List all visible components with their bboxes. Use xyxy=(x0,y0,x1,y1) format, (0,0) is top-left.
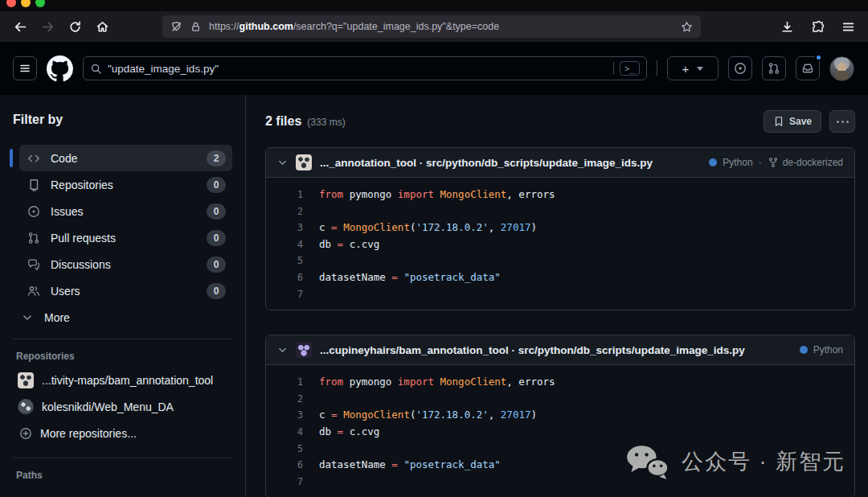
repositories-heading: Repositories xyxy=(13,351,232,362)
issue-icon xyxy=(27,205,40,218)
repositories-list: ...tivity-maps/bam_annotation_tool koles… xyxy=(13,367,232,420)
kebab-icon xyxy=(837,121,849,123)
code-snippet[interactable]: 1from pymongo import MongoClient, errors… xyxy=(266,178,854,310)
branch-name: de-dockerized xyxy=(783,157,843,168)
sidebar-repo-item[interactable]: ...tivity-maps/bam_annotation_tool xyxy=(13,367,232,393)
code-token: MongoClient xyxy=(343,221,410,233)
code-token xyxy=(338,221,344,233)
code-token: import xyxy=(398,188,434,200)
menu-button[interactable] xyxy=(836,15,860,38)
sidebar-item-repositories[interactable]: Repositories 0 xyxy=(19,171,232,198)
paths-heading: Paths xyxy=(13,470,232,481)
code-text: c = MongoClient('172.18.0.2', 27017) xyxy=(303,407,537,424)
downloads-button[interactable] xyxy=(775,15,799,38)
sidebar-repo-item[interactable]: kolesnikdi/Web_Menu_DA xyxy=(13,393,232,420)
command-palette-icon[interactable]: >_ xyxy=(620,61,640,76)
sidebar-item-code[interactable]: Code 2 xyxy=(19,145,232,171)
repo-name: ..._annotation_tool xyxy=(320,157,416,169)
chevron-down-icon[interactable] xyxy=(277,158,288,168)
repo-avatar xyxy=(296,154,312,170)
user-avatar[interactable] xyxy=(829,56,854,81)
filter-item-label: Users xyxy=(51,285,196,298)
sidebar-item-issues[interactable]: Issues 0 xyxy=(19,198,232,224)
code-text: datasetName = "posetrack_data" xyxy=(303,269,501,286)
code-text: from pymongo import MongoClient, errors xyxy=(303,374,555,391)
code-text xyxy=(303,203,319,220)
file-path-title[interactable]: ..._annotation_tool · src/python/db_scri… xyxy=(320,157,653,169)
back-button[interactable] xyxy=(8,15,32,38)
pull-requests-nav-button[interactable] xyxy=(762,56,786,80)
search-input[interactable] xyxy=(108,63,608,75)
code-line: 7 xyxy=(266,286,854,303)
language-label: Python xyxy=(723,157,752,168)
results-time: (333 ms) xyxy=(307,117,345,128)
forward-button[interactable] xyxy=(35,15,59,38)
code-token: datasetName xyxy=(319,271,391,283)
wechat-icon xyxy=(625,444,670,479)
bookmark-star-icon[interactable] xyxy=(681,21,693,33)
line-number: 4 xyxy=(266,236,303,253)
line-number: 6 xyxy=(266,457,303,474)
reload-icon xyxy=(68,20,82,34)
code-token: = xyxy=(331,409,338,421)
header-divider xyxy=(657,60,657,76)
sidebar-item-discussions[interactable]: Discussions 0 xyxy=(19,251,232,277)
line-number: 7 xyxy=(266,286,303,303)
maximize-window-button[interactable] xyxy=(35,0,45,7)
code-result-header[interactable]: ...cupineyhairs/bam_annotation_tool · sr… xyxy=(266,335,854,365)
save-button[interactable]: Save xyxy=(764,110,821,133)
code-line: 2 xyxy=(266,203,854,220)
more-repositories-button[interactable]: More repositories... xyxy=(13,420,232,446)
results-options-button[interactable] xyxy=(829,110,855,133)
language-label: Python xyxy=(813,344,843,355)
filter-item-label: Discussions xyxy=(51,258,196,271)
github-logo[interactable] xyxy=(47,55,73,82)
code-text xyxy=(303,286,319,303)
code-token: c xyxy=(319,409,331,421)
code-token: , errors xyxy=(506,376,555,388)
sidebar-item-pull-requests[interactable]: Pull requests 0 xyxy=(19,224,232,251)
result-meta: Python · de-dockerized xyxy=(709,157,843,168)
code-token: db xyxy=(319,238,338,250)
reload-button[interactable] xyxy=(63,15,87,38)
line-number: 1 xyxy=(266,374,303,391)
filter-item-count-badge: 0 xyxy=(207,283,226,299)
code-result-header[interactable]: ..._annotation_tool · src/python/db_scri… xyxy=(266,148,854,178)
users-icon xyxy=(27,285,40,298)
code-icon xyxy=(27,152,40,165)
code-token: datasetName xyxy=(319,458,391,470)
extensions-button[interactable] xyxy=(805,15,829,38)
minimize-window-button[interactable] xyxy=(21,0,31,7)
code-token: ) xyxy=(530,221,537,233)
issues-nav-button[interactable] xyxy=(728,56,752,80)
code-line: 4db = c.cvg xyxy=(266,236,854,253)
code-text xyxy=(303,253,319,269)
url-bar[interactable]: https://github.com/search?q="update_imag… xyxy=(162,15,701,38)
inbox-notifications-button[interactable] xyxy=(796,56,820,80)
github-octocat-icon xyxy=(47,55,73,82)
code-token: = xyxy=(331,221,338,233)
file-path-title[interactable]: ...cupineyhairs/bam_annotation_tool · sr… xyxy=(320,344,745,356)
filter-item-count-badge: 0 xyxy=(207,230,226,246)
line-number: 2 xyxy=(266,203,303,220)
code-text xyxy=(303,441,319,458)
code-text: datasetName = "posetrack_data" xyxy=(303,457,501,474)
back-arrow-icon xyxy=(14,20,27,34)
sidebar-item-users[interactable]: Users 0 xyxy=(19,277,232,304)
filter-list: Code 2 Repositories 0 Issues 0 Pull requ… xyxy=(13,145,232,304)
discussion-icon xyxy=(27,258,40,271)
plus-circle-icon xyxy=(19,427,32,440)
filter-item-count-badge: 0 xyxy=(207,257,226,273)
github-search-box[interactable]: >_ xyxy=(83,56,647,80)
toolbar-right-icons xyxy=(775,15,860,38)
code-token: 27017 xyxy=(501,221,531,233)
chevron-down-icon[interactable] xyxy=(277,345,288,355)
create-new-button[interactable]: + xyxy=(667,56,719,80)
global-nav-menu-button[interactable] xyxy=(13,56,37,80)
home-icon xyxy=(96,20,109,34)
close-window-button[interactable] xyxy=(6,0,16,7)
home-button[interactable] xyxy=(90,15,114,38)
code-token: , errors xyxy=(506,188,555,200)
filter-item-count-badge: 0 xyxy=(207,203,226,220)
filter-more-toggle[interactable]: More xyxy=(13,304,232,331)
